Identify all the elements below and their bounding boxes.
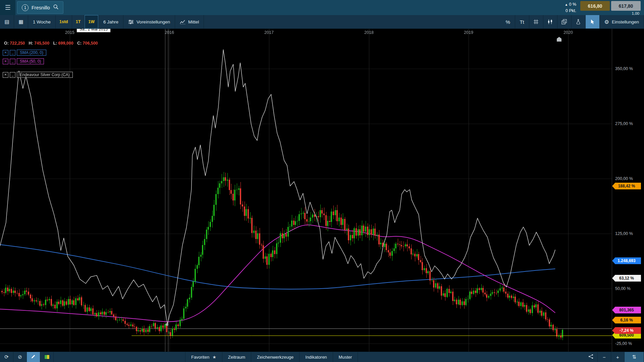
legend-label[interactable]: Endeavour Silver Corp (CA): [17, 72, 73, 78]
x-axis-label: 2018: [364, 30, 374, 35]
legend-label[interactable]: SMA (50, 0): [17, 58, 44, 64]
mean-button[interactable]: Mittel: [175, 15, 204, 28]
legend-row-sma200: ✕ _ SMA (200, 0): [3, 50, 46, 56]
share-button[interactable]: [584, 352, 598, 362]
presets-button[interactable]: Voreinstellungen: [123, 15, 175, 28]
change-points: 0 Pkt.: [565, 8, 576, 14]
y-axis-label: 275,00 %: [615, 121, 633, 126]
settings-button[interactable]: ⚙ Einstellungen: [600, 15, 644, 28]
axis-badge-sma200-value[interactable]: 1.248,693: [612, 257, 641, 264]
timeframe-1w-button[interactable]: 1W: [85, 15, 99, 28]
y-axis-label: 125,00 %: [615, 231, 633, 236]
zoom-in-button[interactable]: +: [611, 352, 625, 362]
axis-badge-high-percent[interactable]: 188,42 %: [612, 183, 641, 189]
axis-badge-last-percent[interactable]: -7,24 %: [612, 327, 641, 334]
y-axis-label: 200,00 %: [615, 176, 633, 181]
chart-area: 2015 2016 2017 2018 2019 2020 Sa., 2 Mai…: [0, 29, 644, 352]
legend-close-button[interactable]: ✕: [3, 50, 8, 56]
timeframe-1std-button[interactable]: 1std: [56, 15, 72, 28]
ask-price-button[interactable]: 617,80: [611, 1, 641, 11]
y-axis-label: -25,00 %: [615, 341, 632, 346]
chart-type-button[interactable]: [543, 15, 557, 28]
price-chart-canvas[interactable]: [0, 29, 612, 352]
interval-dropdown[interactable]: 1 Woche: [28, 15, 56, 28]
ohlc-low-label: L:: [53, 41, 57, 46]
period-button[interactable]: Zeitraum: [222, 352, 251, 362]
network-icon: [588, 354, 593, 360]
x-axis-label: 2020: [564, 30, 573, 35]
hash-grid-icon: [533, 19, 539, 24]
layers-icon: [561, 19, 567, 24]
zoom-out-button[interactable]: −: [598, 352, 611, 362]
timeframe-1t-button[interactable]: 1T: [72, 15, 85, 28]
percent-scale-button[interactable]: %: [501, 15, 515, 28]
topbar: ☰ 1 Fresnillo ▲0 % 0 Pkt. 616,80 617,80 …: [0, 0, 644, 15]
refresh-icon: ⟳: [4, 354, 9, 360]
flask-icon: [576, 19, 581, 24]
star-icon: ★: [212, 355, 216, 360]
refresh-button[interactable]: ⟳: [0, 352, 13, 362]
mean-icon: [180, 19, 185, 25]
ohlc-close-value: 706,500: [83, 41, 98, 46]
presets-label: Voreinstellungen: [137, 19, 170, 24]
favorites-button[interactable]: Favoriten★: [185, 352, 222, 362]
drawing-tools-button[interactable]: Zeichenwerkzeuge: [251, 352, 300, 362]
legend-minimize-button[interactable]: _: [10, 50, 15, 56]
gear-icon: ⚙: [604, 19, 609, 25]
bid-price-button[interactable]: 616,80: [580, 1, 610, 11]
split-arrows-icon: ⇅: [632, 354, 636, 360]
legend-minimize-button[interactable]: _: [10, 59, 15, 64]
news-list-button[interactable]: ▤: [0, 15, 14, 28]
instrument-selector[interactable]: 1 Fresnillo: [17, 1, 63, 14]
prohibit-icon: ⊘: [18, 354, 22, 360]
ohlc-low-value: 699,000: [58, 41, 73, 46]
x-axis-label: 2019: [464, 30, 473, 35]
quote-panel: ▲0 % 0 Pkt. 616,80 617,80 1,00: [565, 0, 644, 15]
legend-row-sma50: ✕ _ SMA (50, 0): [3, 58, 44, 64]
candlestick-icon: [547, 19, 553, 24]
grid-settings-button[interactable]: [529, 15, 543, 28]
x-axis-label: 2017: [264, 30, 274, 35]
layout-grid-button[interactable]: ▦: [14, 15, 28, 28]
patterns-button[interactable]: Muster: [333, 352, 358, 362]
compare-layers-button[interactable]: [557, 15, 572, 28]
clear-drawings-button[interactable]: ⊘: [13, 352, 27, 362]
y-axis-label: 350,00 %: [615, 66, 633, 71]
trading-app-window: ☰ 1 Fresnillo ▲0 % 0 Pkt. 616,80 617,80 …: [0, 0, 644, 362]
price-change-block: ▲0 % 0 Pkt.: [565, 1, 576, 14]
color-picker-button[interactable]: [40, 352, 54, 362]
axis-badge-mid-percent[interactable]: 6,16 %: [612, 317, 641, 323]
ohlc-open-label: O:: [4, 41, 9, 46]
chart-toolbar: ▤ ▦ 1 Woche 1std 1T 1W 6 Jahre Voreinste…: [0, 15, 644, 29]
text-tool-button[interactable]: Tt: [515, 15, 529, 28]
ohlc-high-label: H:: [29, 41, 33, 46]
search-icon: [53, 4, 59, 11]
legend-minimize-button[interactable]: _: [10, 72, 15, 78]
colors-icon: [44, 355, 50, 359]
legend-row-comparison: ✕ _ Endeavour Silver Corp (CA): [3, 72, 73, 78]
pencil-icon: [31, 354, 36, 360]
mean-label: Mittel: [188, 19, 199, 24]
ohlc-high-value: 745,500: [34, 41, 49, 46]
range-button[interactable]: 6 Jahre: [99, 15, 123, 28]
interval-label: 1 Woche: [33, 19, 51, 24]
draw-pencil-button[interactable]: [27, 352, 40, 362]
hamburger-menu-button[interactable]: ☰: [0, 0, 15, 15]
settings-label: Einstellungen: [612, 19, 639, 24]
split-view-button[interactable]: ⇅: [625, 352, 644, 362]
legend-label[interactable]: SMA (200, 0): [17, 50, 46, 56]
list-icon: ▤: [4, 19, 9, 25]
analysis-flask-button[interactable]: [572, 15, 586, 28]
ohlc-close-label: C:: [77, 41, 82, 46]
cursor-tool-button[interactable]: [586, 15, 600, 28]
axis-badge-comparison[interactable]: 63,12 %: [612, 275, 641, 282]
legend-close-button[interactable]: ✕: [3, 59, 8, 64]
cursor-icon: [590, 19, 595, 24]
indicators-button[interactable]: Indikatoren: [300, 352, 333, 362]
price-axis[interactable]: 350,00 % 275,00 % 200,00 % 125,00 % 50,0…: [612, 29, 644, 352]
axis-badge-sma50-value[interactable]: 801,365: [612, 307, 641, 313]
ohlc-readout: O: 722,250H: 745,500L: 699,000C: 706,500: [4, 41, 102, 46]
ohlc-open-value: 722,250: [10, 41, 25, 46]
legend-close-button[interactable]: ✕: [3, 72, 8, 78]
change-up-icon: ▲: [565, 3, 568, 6]
